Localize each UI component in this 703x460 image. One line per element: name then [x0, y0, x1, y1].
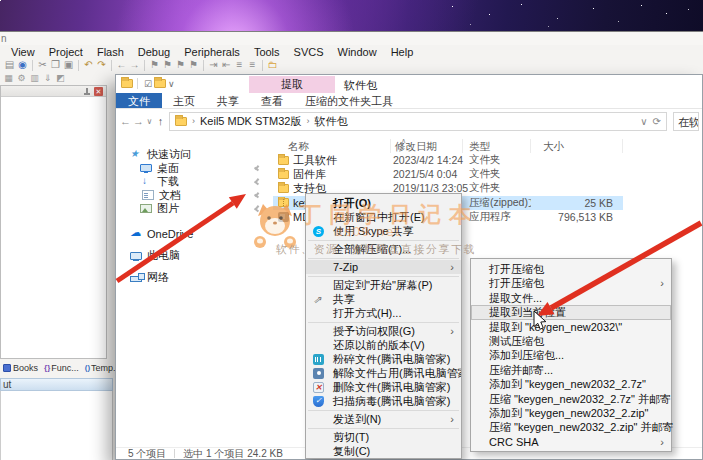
- menu-item-打开方式(H)...[interactable]: 打开方式(H)...: [306, 306, 461, 320]
- ribbon-tab-文件[interactable]: 文件: [116, 93, 162, 108]
- submenu-item-打开压缩包[interactable]: 打开压缩包›: [471, 276, 671, 290]
- copy-icon[interactable]: ❐: [49, 59, 62, 71]
- menu-item-还原以前的版本(V)[interactable]: 还原以前的版本(V): [306, 338, 461, 352]
- undo-icon[interactable]: ↶: [82, 59, 95, 71]
- submenu-item-提取到当前位置[interactable]: 提取到当前位置: [471, 305, 671, 319]
- column-header-size[interactable]: 大小: [531, 139, 623, 153]
- target-ball-icon[interactable]: ◉: [16, 59, 29, 71]
- qat-caret-icon[interactable]: ∨: [168, 79, 175, 89]
- nav-up-icon[interactable]: ↑: [154, 115, 167, 127]
- breadcrumb-segment[interactable]: 软件包: [314, 114, 347, 129]
- back-icon[interactable]: ←: [115, 59, 128, 71]
- column-header-name[interactable]: 名称: [273, 139, 391, 153]
- refresh-icon[interactable]: ⟳: [653, 116, 661, 127]
- menu-item-粉碎文件(腾讯电脑管家)[interactable]: 粉碎文件(腾讯电脑管家): [306, 352, 461, 366]
- ide-menu-flash[interactable]: Flash: [90, 46, 131, 58]
- sidebar-item-OneDrive[interactable]: OneDrive: [116, 228, 268, 242]
- sidebar-item-下载[interactable]: 下载: [116, 175, 268, 189]
- submenu-item-测试压缩包[interactable]: 测试压缩包: [471, 334, 671, 348]
- breadcrumb-segment[interactable]: Keil5 MDK STM32版: [200, 114, 301, 129]
- ide-menu-svcs[interactable]: SVCS: [287, 46, 331, 58]
- desktop-wallpaper: [0, 0, 703, 31]
- file-row-工具软件[interactable]: 工具软件2023/4/2 14:24文件夹: [273, 153, 623, 167]
- sidebar-item-文档[interactable]: 文档: [116, 189, 268, 203]
- nav-forward-icon[interactable]: →: [132, 115, 145, 127]
- ribbon-tab-压缩的文件夹工具[interactable]: 压缩的文件夹工具: [294, 93, 404, 108]
- uncomment-icon[interactable]: ≡: [246, 59, 259, 71]
- save-icon[interactable]: ▤: [3, 59, 16, 71]
- submenu-item-打开压缩包[interactable]: 打开压缩包: [471, 262, 671, 276]
- ribbon-tab-共享[interactable]: 共享: [206, 93, 250, 108]
- menu-item-删除文件(腾讯电脑管家)[interactable]: 删除文件(腾讯电脑管家)✕: [306, 380, 461, 394]
- submenu-item-提取到 "keygen_new2032\"[interactable]: 提取到 "keygen_new2032\": [471, 320, 671, 334]
- nav-back-icon[interactable]: ←: [119, 115, 132, 127]
- menu-item-发送到(N)[interactable]: 发送到(N)›: [306, 412, 461, 426]
- search-input[interactable]: 在软: [673, 112, 699, 131]
- bookmark-clear-icon[interactable]: ⚑: [187, 59, 200, 71]
- paste-icon[interactable]: ▣: [62, 59, 75, 71]
- bookmark-toggle-icon[interactable]: ⚑: [148, 59, 161, 71]
- menu-item-解除文件占用(腾讯电脑管家)[interactable]: 解除文件占用(腾讯电脑管家): [306, 366, 461, 380]
- sidebar-item-此电脑[interactable]: 此电脑: [116, 249, 268, 263]
- menu-item-共享[interactable]: 共享⇗: [306, 292, 461, 306]
- menu-item-打开(O)[interactable]: 打开(O): [306, 196, 461, 210]
- forward-icon[interactable]: →: [128, 59, 141, 71]
- cut-icon[interactable]: ✂: [36, 59, 49, 71]
- ribbon-tab-查看[interactable]: 查看: [250, 93, 294, 108]
- nav-recent-icon[interactable]: ∨: [145, 117, 154, 126]
- ide-menu-debug[interactable]: Debug: [131, 46, 177, 58]
- submenu-item-压缩 "keygen_new2032_2.zip" 并邮寄[interactable]: 压缩 "keygen_new2032_2.zip" 并邮寄: [471, 420, 671, 434]
- redo-icon[interactable]: ↷: [95, 59, 108, 71]
- menu-item-剪切(T)[interactable]: 剪切(T): [306, 430, 461, 444]
- submenu-item-添加到 "keygen_new2032_2.7z"[interactable]: 添加到 "keygen_new2032_2.7z": [471, 377, 671, 391]
- debug-session-icon[interactable]: ◩: [54, 73, 67, 84]
- sidebar-item-快速访问[interactable]: 快速访问: [116, 148, 268, 162]
- sidebar-item-桌面[interactable]: 桌面: [116, 162, 268, 176]
- pin-pane-icon[interactable]: [83, 88, 90, 95]
- download-icon[interactable]: ⇓: [41, 73, 54, 84]
- ide-menu-tools[interactable]: Tools: [247, 46, 287, 58]
- submenu-item-添加到 "keygen_new2032_2.zip"[interactable]: 添加到 "keygen_new2032_2.zip": [471, 406, 671, 420]
- comment-icon[interactable]: ≡: [233, 59, 246, 71]
- indent-icon[interactable]: ⇥: [207, 59, 220, 71]
- column-header-date[interactable]: 修改日期: [391, 139, 463, 153]
- ribbon-tab-主页[interactable]: 主页: [162, 93, 206, 108]
- ide-menu-project[interactable]: Project: [42, 46, 90, 58]
- menu-item-复制(C)[interactable]: 复制(C): [306, 444, 461, 458]
- breadcrumb[interactable]: ›Keil5 MDK STM32版›软件包∨⟳: [169, 112, 667, 131]
- menu-item-在新窗口中打开(E)[interactable]: 在新窗口中打开(E): [306, 210, 461, 224]
- new-folder-icon[interactable]: [154, 79, 166, 88]
- build-icon[interactable]: ▦: [2, 73, 15, 84]
- batch-build-icon[interactable]: ▥: [28, 73, 41, 84]
- ide-menu-help[interactable]: Help: [384, 46, 421, 58]
- menu-item-全部解压缩(T)...[interactable]: 全部解压缩(T)...: [306, 242, 461, 256]
- submenu-item-压缩并邮寄...[interactable]: 压缩并邮寄...: [471, 363, 671, 377]
- submenu-item-添加到压缩包...[interactable]: 添加到压缩包...: [471, 348, 671, 362]
- close-pane-icon[interactable]: ✕: [94, 87, 103, 96]
- submenu-item-压缩 "keygen_new2032_2.7z" 并邮寄[interactable]: 压缩 "keygen_new2032_2.7z" 并邮寄: [471, 392, 671, 406]
- sidebar-item-网络[interactable]: 网络: [116, 271, 268, 285]
- submenu-item-CRC SHA[interactable]: CRC SHA›: [471, 435, 671, 449]
- submenu-item-提取文件...[interactable]: 提取文件...: [471, 291, 671, 305]
- ide-menu-peripherals[interactable]: Peripherals: [177, 46, 247, 58]
- menu-item-授予访问权限(G)[interactable]: 授予访问权限(G)›: [306, 324, 461, 338]
- ide-menu-view[interactable]: View: [4, 46, 42, 58]
- ide-tab-books[interactable]: Books: [3, 363, 38, 373]
- file-row-固件库[interactable]: 固件库2021/5/4 0:04文件夹: [273, 167, 623, 181]
- ide-tab-functions[interactable]: {}Func...: [44, 363, 79, 373]
- menu-item-扫描病毒(腾讯电脑管家)[interactable]: 扫描病毒(腾讯电脑管家)✓: [306, 394, 461, 408]
- menu-item-7-Zip[interactable]: 7-Zip›: [306, 260, 461, 274]
- menu-item-固定到"开始"屏幕(P)[interactable]: 固定到"开始"屏幕(P): [306, 278, 461, 292]
- address-dropdown-icon[interactable]: ∨: [640, 116, 647, 127]
- rebuild-icon[interactable]: ⚙: [15, 73, 28, 84]
- menu-item-使用 Skype 共享[interactable]: 使用 Skype 共享S: [306, 224, 461, 238]
- bookmark-prev-icon[interactable]: ⚑: [161, 59, 174, 71]
- build-output-title-fragment: ut: [3, 379, 11, 390]
- ide-menu-window[interactable]: Window: [331, 46, 384, 58]
- column-header-type[interactable]: 类型: [463, 139, 531, 153]
- outdent-icon[interactable]: ⇤: [220, 59, 233, 71]
- sidebar-item-图片[interactable]: 图片: [116, 202, 268, 216]
- properties-icon[interactable]: ☑: [144, 79, 152, 89]
- bookmark-next-icon[interactable]: ⚑: [174, 59, 187, 71]
- open-folder-icon[interactable]: 🗀: [266, 59, 279, 71]
